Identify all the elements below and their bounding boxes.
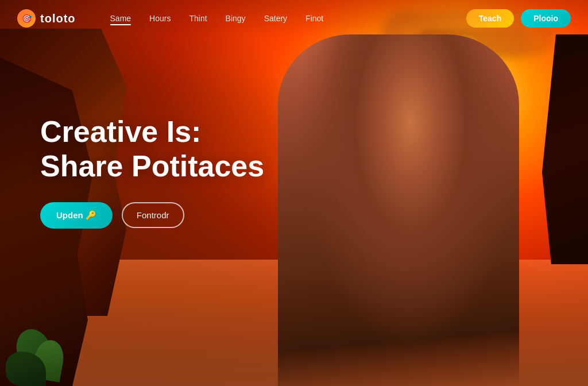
nav-link-satery[interactable]: Satery xyxy=(264,14,287,23)
fontrodr-button[interactable]: Fontrodr xyxy=(122,202,184,228)
hero-title: Creative Is: Share Potitaces xyxy=(40,115,264,184)
logo-area: 🎯 toloto xyxy=(17,9,76,28)
hero-buttons: Upden 🔑 Fontrodr xyxy=(40,202,264,229)
nav-links: Same Hours Thint Bingy Satery Finot xyxy=(110,14,466,23)
hero-title-line1: Creative Is: xyxy=(40,115,201,148)
vegetation xyxy=(0,300,144,386)
nav-link-same[interactable]: Same xyxy=(110,14,131,23)
hero-title-line2: Share Potitaces xyxy=(40,149,264,183)
nav-buttons: Teach Plooio xyxy=(466,9,571,28)
nav-link-thint[interactable]: Thint xyxy=(189,14,207,23)
logo-icon: 🎯 xyxy=(17,9,36,28)
logo-emoji: 🎯 xyxy=(22,14,32,23)
hero-person xyxy=(278,34,519,386)
nav-link-bingy[interactable]: Bingy xyxy=(226,14,246,23)
nav-link-finot[interactable]: Finot xyxy=(305,14,323,23)
plooio-button[interactable]: Plooio xyxy=(521,9,571,28)
brand-name: toloto xyxy=(40,12,76,25)
navbar: 🎯 toloto Same Hours Thint Bingy Satery F… xyxy=(0,0,588,37)
nav-link-hours[interactable]: Hours xyxy=(149,14,171,23)
teach-button[interactable]: Teach xyxy=(466,9,514,28)
upden-button[interactable]: Upden 🔑 xyxy=(40,202,113,229)
hero-content: Creative Is: Share Potitaces Upden 🔑 Fon… xyxy=(40,115,264,229)
